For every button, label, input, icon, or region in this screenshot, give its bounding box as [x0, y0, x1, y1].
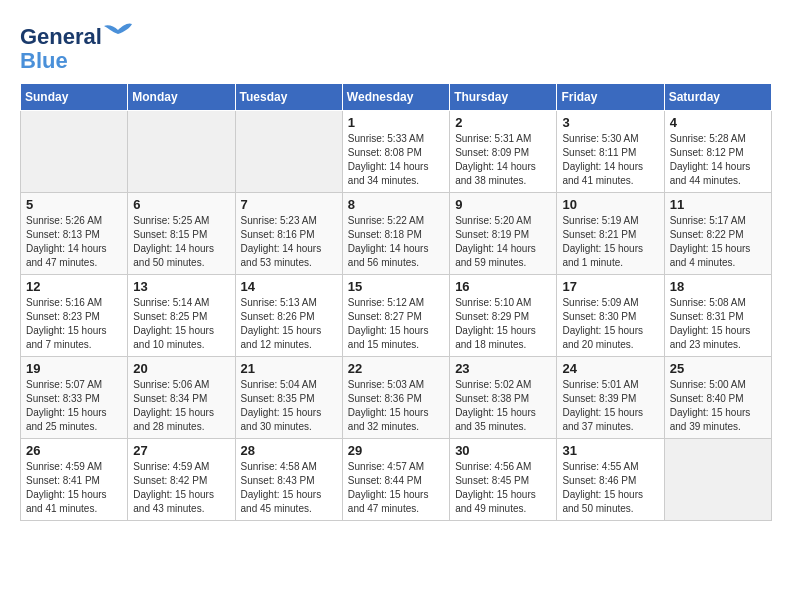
- day-header-wednesday: Wednesday: [342, 84, 449, 111]
- logo-text2: Blue: [20, 49, 134, 73]
- day-number: 4: [670, 115, 766, 130]
- day-number: 12: [26, 279, 122, 294]
- day-info: Sunrise: 5:01 AMSunset: 8:39 PMDaylight:…: [562, 378, 658, 434]
- calendar-cell: 2Sunrise: 5:31 AMSunset: 8:09 PMDaylight…: [450, 111, 557, 193]
- day-info: Sunrise: 5:26 AMSunset: 8:13 PMDaylight:…: [26, 214, 122, 270]
- day-info: Sunrise: 5:04 AMSunset: 8:35 PMDaylight:…: [241, 378, 337, 434]
- calendar-cell: 15Sunrise: 5:12 AMSunset: 8:27 PMDayligh…: [342, 275, 449, 357]
- calendar-cell: 26Sunrise: 4:59 AMSunset: 8:41 PMDayligh…: [21, 439, 128, 521]
- day-number: 27: [133, 443, 229, 458]
- calendar-cell: 7Sunrise: 5:23 AMSunset: 8:16 PMDaylight…: [235, 193, 342, 275]
- day-info: Sunrise: 4:59 AMSunset: 8:42 PMDaylight:…: [133, 460, 229, 516]
- day-number: 14: [241, 279, 337, 294]
- calendar-cell: 25Sunrise: 5:00 AMSunset: 8:40 PMDayligh…: [664, 357, 771, 439]
- day-info: Sunrise: 5:10 AMSunset: 8:29 PMDaylight:…: [455, 296, 551, 352]
- day-info: Sunrise: 5:17 AMSunset: 8:22 PMDaylight:…: [670, 214, 766, 270]
- day-info: Sunrise: 5:33 AMSunset: 8:08 PMDaylight:…: [348, 132, 444, 188]
- calendar-cell: 29Sunrise: 4:57 AMSunset: 8:44 PMDayligh…: [342, 439, 449, 521]
- day-info: Sunrise: 5:25 AMSunset: 8:15 PMDaylight:…: [133, 214, 229, 270]
- day-number: 6: [133, 197, 229, 212]
- calendar-cell: 19Sunrise: 5:07 AMSunset: 8:33 PMDayligh…: [21, 357, 128, 439]
- page-header: General Blue: [20, 20, 772, 73]
- day-info: Sunrise: 5:13 AMSunset: 8:26 PMDaylight:…: [241, 296, 337, 352]
- calendar-cell: 22Sunrise: 5:03 AMSunset: 8:36 PMDayligh…: [342, 357, 449, 439]
- day-info: Sunrise: 5:08 AMSunset: 8:31 PMDaylight:…: [670, 296, 766, 352]
- day-number: 21: [241, 361, 337, 376]
- calendar-cell: 13Sunrise: 5:14 AMSunset: 8:25 PMDayligh…: [128, 275, 235, 357]
- day-number: 20: [133, 361, 229, 376]
- day-header-saturday: Saturday: [664, 84, 771, 111]
- day-number: 13: [133, 279, 229, 294]
- week-row-5: 26Sunrise: 4:59 AMSunset: 8:41 PMDayligh…: [21, 439, 772, 521]
- week-row-3: 12Sunrise: 5:16 AMSunset: 8:23 PMDayligh…: [21, 275, 772, 357]
- calendar-cell: 16Sunrise: 5:10 AMSunset: 8:29 PMDayligh…: [450, 275, 557, 357]
- calendar-cell: 28Sunrise: 4:58 AMSunset: 8:43 PMDayligh…: [235, 439, 342, 521]
- day-number: 28: [241, 443, 337, 458]
- day-info: Sunrise: 4:58 AMSunset: 8:43 PMDaylight:…: [241, 460, 337, 516]
- day-number: 16: [455, 279, 551, 294]
- calendar-cell: 11Sunrise: 5:17 AMSunset: 8:22 PMDayligh…: [664, 193, 771, 275]
- day-number: 18: [670, 279, 766, 294]
- calendar-cell: 23Sunrise: 5:02 AMSunset: 8:38 PMDayligh…: [450, 357, 557, 439]
- day-number: 26: [26, 443, 122, 458]
- day-info: Sunrise: 5:31 AMSunset: 8:09 PMDaylight:…: [455, 132, 551, 188]
- day-info: Sunrise: 5:02 AMSunset: 8:38 PMDaylight:…: [455, 378, 551, 434]
- day-info: Sunrise: 4:57 AMSunset: 8:44 PMDaylight:…: [348, 460, 444, 516]
- calendar-cell: 14Sunrise: 5:13 AMSunset: 8:26 PMDayligh…: [235, 275, 342, 357]
- day-info: Sunrise: 5:22 AMSunset: 8:18 PMDaylight:…: [348, 214, 444, 270]
- day-info: Sunrise: 4:55 AMSunset: 8:46 PMDaylight:…: [562, 460, 658, 516]
- calendar-cell: 30Sunrise: 4:56 AMSunset: 8:45 PMDayligh…: [450, 439, 557, 521]
- calendar-cell: 21Sunrise: 5:04 AMSunset: 8:35 PMDayligh…: [235, 357, 342, 439]
- day-number: 31: [562, 443, 658, 458]
- day-header-thursday: Thursday: [450, 84, 557, 111]
- calendar-header-row: SundayMondayTuesdayWednesdayThursdayFrid…: [21, 84, 772, 111]
- day-info: Sunrise: 5:28 AMSunset: 8:12 PMDaylight:…: [670, 132, 766, 188]
- day-info: Sunrise: 5:14 AMSunset: 8:25 PMDaylight:…: [133, 296, 229, 352]
- calendar-cell: 3Sunrise: 5:30 AMSunset: 8:11 PMDaylight…: [557, 111, 664, 193]
- day-number: 23: [455, 361, 551, 376]
- week-row-4: 19Sunrise: 5:07 AMSunset: 8:33 PMDayligh…: [21, 357, 772, 439]
- day-header-friday: Friday: [557, 84, 664, 111]
- day-number: 10: [562, 197, 658, 212]
- day-info: Sunrise: 5:03 AMSunset: 8:36 PMDaylight:…: [348, 378, 444, 434]
- day-info: Sunrise: 5:16 AMSunset: 8:23 PMDaylight:…: [26, 296, 122, 352]
- day-number: 24: [562, 361, 658, 376]
- day-info: Sunrise: 5:20 AMSunset: 8:19 PMDaylight:…: [455, 214, 551, 270]
- day-number: 5: [26, 197, 122, 212]
- calendar-cell: 17Sunrise: 5:09 AMSunset: 8:30 PMDayligh…: [557, 275, 664, 357]
- calendar-cell: [664, 439, 771, 521]
- calendar-cell: 5Sunrise: 5:26 AMSunset: 8:13 PMDaylight…: [21, 193, 128, 275]
- day-header-tuesday: Tuesday: [235, 84, 342, 111]
- calendar-cell: [21, 111, 128, 193]
- day-number: 25: [670, 361, 766, 376]
- day-number: 30: [455, 443, 551, 458]
- day-number: 9: [455, 197, 551, 212]
- day-number: 19: [26, 361, 122, 376]
- day-number: 29: [348, 443, 444, 458]
- logo: General Blue: [20, 20, 134, 73]
- calendar-cell: 24Sunrise: 5:01 AMSunset: 8:39 PMDayligh…: [557, 357, 664, 439]
- day-info: Sunrise: 5:07 AMSunset: 8:33 PMDaylight:…: [26, 378, 122, 434]
- calendar-cell: 9Sunrise: 5:20 AMSunset: 8:19 PMDaylight…: [450, 193, 557, 275]
- day-info: Sunrise: 5:19 AMSunset: 8:21 PMDaylight:…: [562, 214, 658, 270]
- day-info: Sunrise: 5:09 AMSunset: 8:30 PMDaylight:…: [562, 296, 658, 352]
- calendar-cell: 20Sunrise: 5:06 AMSunset: 8:34 PMDayligh…: [128, 357, 235, 439]
- calendar-cell: 27Sunrise: 4:59 AMSunset: 8:42 PMDayligh…: [128, 439, 235, 521]
- week-row-1: 1Sunrise: 5:33 AMSunset: 8:08 PMDaylight…: [21, 111, 772, 193]
- calendar-cell: 10Sunrise: 5:19 AMSunset: 8:21 PMDayligh…: [557, 193, 664, 275]
- day-number: 7: [241, 197, 337, 212]
- calendar-cell: 4Sunrise: 5:28 AMSunset: 8:12 PMDaylight…: [664, 111, 771, 193]
- logo-text: General: [20, 20, 134, 49]
- calendar-cell: 8Sunrise: 5:22 AMSunset: 8:18 PMDaylight…: [342, 193, 449, 275]
- day-header-sunday: Sunday: [21, 84, 128, 111]
- calendar-cell: [128, 111, 235, 193]
- calendar-cell: 31Sunrise: 4:55 AMSunset: 8:46 PMDayligh…: [557, 439, 664, 521]
- day-info: Sunrise: 5:06 AMSunset: 8:34 PMDaylight:…: [133, 378, 229, 434]
- day-number: 17: [562, 279, 658, 294]
- week-row-2: 5Sunrise: 5:26 AMSunset: 8:13 PMDaylight…: [21, 193, 772, 275]
- day-number: 1: [348, 115, 444, 130]
- day-number: 11: [670, 197, 766, 212]
- calendar-table: SundayMondayTuesdayWednesdayThursdayFrid…: [20, 83, 772, 521]
- day-number: 15: [348, 279, 444, 294]
- day-number: 3: [562, 115, 658, 130]
